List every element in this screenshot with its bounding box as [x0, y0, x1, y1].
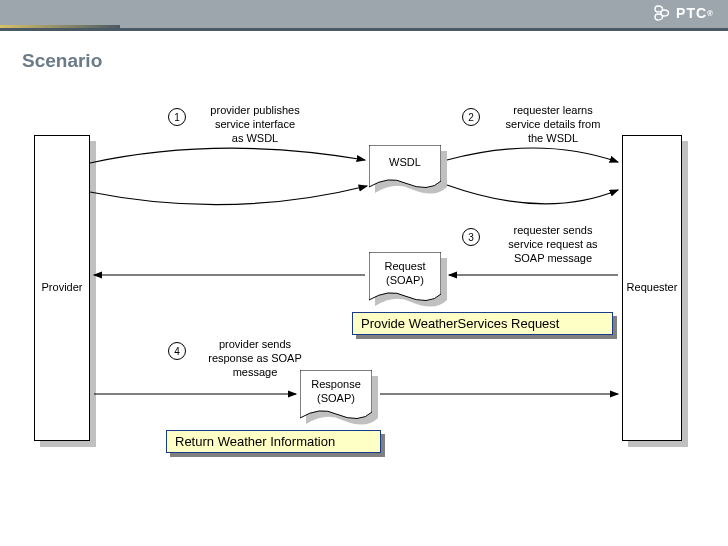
- diagram-canvas: Provider Requester WSDL Request (SO: [0, 90, 728, 530]
- step2-text: requester learns service details from th…: [488, 104, 618, 145]
- wsdl-doc: WSDL: [369, 145, 441, 191]
- requester-label: Requester: [622, 135, 682, 441]
- header-accent: [0, 25, 120, 28]
- note-request: Provide WeatherServices Request: [352, 312, 613, 335]
- page-title: Scenario: [22, 50, 102, 72]
- step3-badge: 3: [462, 228, 480, 246]
- step4-text: provider sends response as SOAP message: [195, 338, 315, 379]
- requester-box: Requester: [622, 135, 682, 441]
- brand-reg: ®: [707, 9, 714, 18]
- provider-box: Provider: [34, 135, 90, 441]
- response-label: Response (SOAP): [300, 378, 372, 406]
- wsdl-label: WSDL: [369, 156, 441, 170]
- template-header: PTC ®: [0, 0, 728, 28]
- step1-badge: 1: [168, 108, 186, 126]
- provider-label: Provider: [34, 135, 90, 441]
- request-doc: Request (SOAP): [369, 252, 441, 304]
- note-response: Return Weather Information: [166, 430, 381, 453]
- arrows-layer: [0, 90, 728, 530]
- step1-text: provider publishes service interface as …: [195, 104, 315, 145]
- request-label: Request (SOAP): [369, 260, 441, 288]
- header-rule: [0, 28, 728, 31]
- step3-text: requester sends service request as SOAP …: [488, 224, 618, 265]
- brand-logo: PTC ®: [652, 4, 714, 22]
- step4-badge: 4: [168, 342, 186, 360]
- step2-badge: 2: [462, 108, 480, 126]
- logo-icon: [652, 4, 672, 22]
- brand-text: PTC: [676, 5, 707, 21]
